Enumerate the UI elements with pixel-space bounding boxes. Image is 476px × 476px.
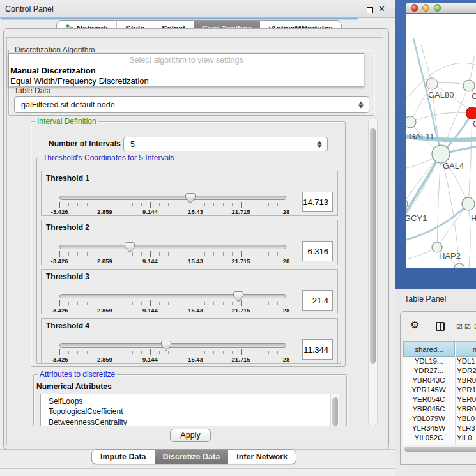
- number-of-intervals-value: 5: [130, 140, 135, 149]
- tab-discretize-data[interactable]: Discretize Data: [155, 450, 229, 464]
- table-cell[interactable]: YBL0: [457, 414, 476, 424]
- table-horizontal-scrollbar[interactable]: [403, 445, 476, 453]
- zoom-traffic-light-icon[interactable]: [434, 4, 441, 12]
- table-cell[interactable]: YBR043C: [403, 376, 454, 385]
- network-node-label: GAL4: [443, 161, 464, 171]
- network-node[interactable]: [454, 263, 464, 268]
- table-data-value: galFiltered.sif default node: [21, 100, 115, 109]
- table-cell[interactable]: YBR045C: [403, 404, 454, 414]
- attributes-list-scrollbar[interactable]: [330, 394, 339, 426]
- slider-tick-labels: -3.426 2.859 9.144 15.43 21.715 28: [59, 307, 286, 314]
- scrollbar-thumb[interactable]: [332, 397, 338, 426]
- table-cell[interactable]: YPR145W: [403, 385, 454, 395]
- table-cell[interactable]: YBR0: [457, 376, 476, 385]
- table-row[interactable]: YIL052C YIL0: [403, 433, 476, 443]
- table-cell[interactable]: YDR2: [457, 366, 476, 376]
- settings-vertical-scrollbar[interactable]: [368, 118, 378, 426]
- table-cell[interactable]: YIL052C: [403, 433, 454, 443]
- table-cell[interactable]: YLR3: [457, 424, 476, 433]
- attribute-list-item[interactable]: BetweennessCentrality: [41, 417, 339, 426]
- threshold-slider[interactable]: -3.426 2.859 9.144 15.43 21.715 28: [59, 289, 286, 315]
- network-nodes[interactable]: [406, 78, 476, 268]
- apply-button[interactable]: Apply: [170, 429, 211, 442]
- table-row[interactable]: YER054C YER0: [403, 395, 476, 404]
- checkbox-icon[interactable]: ☑: [464, 323, 471, 331]
- network-node-label: GAL80: [428, 90, 454, 100]
- network-canvas[interactable]: GAL80GACGAL11GAL4GCY1HHAP2: [406, 14, 476, 268]
- threshold-slider[interactable]: -3.426 2.859 9.144 15.43 21.715 28: [59, 191, 286, 217]
- thresholds-group-title: Threshold's Coordinates for 5 Intervals: [41, 153, 176, 162]
- network-window-titlebar[interactable]: [406, 3, 476, 13]
- threshold-slider[interactable]: -3.426 2.859 9.144 15.43 21.715 28: [59, 339, 286, 364]
- network-node[interactable]: [463, 80, 475, 91]
- table-cell[interactable]: YIL0: [457, 433, 476, 443]
- slider-track[interactable]: [59, 196, 286, 200]
- scrollbar-thumb[interactable]: [404, 447, 476, 452]
- threshold-value-field[interactable]: 14.713: [302, 192, 333, 212]
- application-window: Control Panel ✕ Network Style Select Cyn…: [0, 0, 476, 476]
- minimize-traffic-light-icon[interactable]: [422, 4, 429, 12]
- algorithm-dropdown-popup: Select algorithm to view settings Manual…: [8, 53, 364, 86]
- table-cell[interactable]: YDL19...: [403, 357, 454, 366]
- slider-ticks: [59, 251, 286, 257]
- threshold-label: Threshold 3: [46, 272, 89, 281]
- table-row[interactable]: YBL079W YBL0: [403, 414, 476, 424]
- slider-tick-labels: -3.426 2.859 9.144 15.43 21.715 28: [59, 208, 286, 215]
- table-row[interactable]: YBR043C YBR0: [403, 376, 476, 385]
- attribute-list-item[interactable]: TopologicalCoefficient: [41, 406, 339, 417]
- scrollbar-thumb[interactable]: [370, 128, 376, 364]
- table-data-combobox[interactable]: galFiltered.sif default node: [14, 96, 369, 113]
- column-header-shared-name[interactable]: shared...: [403, 342, 455, 357]
- column-header-name[interactable]: n: [456, 342, 476, 357]
- table-cell[interactable]: YER0: [457, 395, 476, 404]
- algorithm-placeholder: Select algorithm to view settings: [9, 54, 364, 66]
- float-window-icon[interactable]: [367, 7, 373, 13]
- threshold-slider[interactable]: -3.426 2.859 9.144 15.43 21.715 28: [59, 240, 286, 266]
- interval-definition-group: Interval Definition Number of Intervals …: [31, 121, 346, 367]
- table-cell[interactable]: YDL1: [457, 357, 476, 366]
- combo-stepper-icon: [317, 140, 322, 148]
- network-node[interactable]: [426, 78, 438, 89]
- interval-definition-title: Interval Definition: [35, 118, 98, 126]
- close-traffic-light-icon[interactable]: [411, 4, 418, 12]
- network-node[interactable]: [462, 197, 475, 210]
- table-cell[interactable]: YLR345W: [403, 424, 454, 433]
- table-cell[interactable]: YER054C: [403, 395, 454, 404]
- table-cell[interactable]: YBL079W: [403, 414, 454, 424]
- threshold-value-field[interactable]: 21.4: [302, 290, 333, 311]
- table-row[interactable]: YBR045C YBR0: [403, 404, 476, 414]
- slider-track[interactable]: [59, 294, 286, 298]
- dropdown-item-manual-discretization[interactable]: Manual Discretization: [9, 66, 364, 76]
- checkbox-icon[interactable]: ☑: [456, 323, 463, 331]
- table-row[interactable]: YPR145W YPR1: [403, 385, 476, 395]
- close-icon[interactable]: ✕: [378, 4, 385, 13]
- thresholds-group: Threshold's Coordinates for 5 Intervals …: [36, 158, 341, 364]
- table-row[interactable]: YLR345W YLR3: [403, 424, 476, 433]
- table-header-row: shared... n: [403, 342, 476, 357]
- threshold-value-field[interactable]: 6.316: [302, 241, 333, 261]
- slider-track[interactable]: [59, 343, 286, 348]
- table-row[interactable]: YDL19... YDL1: [403, 357, 476, 366]
- table-cell[interactable]: YBR0: [457, 404, 476, 414]
- network-node[interactable]: [406, 116, 416, 128]
- combo-stepper-icon: [358, 101, 364, 109]
- slider-track[interactable]: [59, 245, 286, 249]
- dropdown-item-equal-width-frequency[interactable]: Equal Width/Frequency Discretization: [9, 76, 364, 86]
- table-cell[interactable]: YDR27...: [403, 366, 454, 376]
- attribute-list-item[interactable]: SelfLoops: [41, 396, 339, 406]
- control-panel-title: Control Panel: [5, 4, 54, 13]
- threshold-value-field[interactable]: 11.344: [302, 339, 333, 360]
- network-view-window: GAL80GACGAL11GAL4GCY1HHAP2: [406, 3, 476, 267]
- tab-infer-network[interactable]: Infer Network: [228, 450, 296, 464]
- control-panel: Control Panel ✕ Network Style Select Cyn…: [0, 0, 395, 476]
- tab-impute-data[interactable]: Impute Data: [92, 450, 155, 464]
- table-panel: Table Panel ⚙ ☑ ☑ ☑ shared... n YDL19...: [395, 289, 476, 476]
- network-node[interactable]: [432, 145, 450, 163]
- numerical-attributes-label: Numerical Attributes: [36, 382, 112, 391]
- network-node[interactable]: [466, 107, 476, 119]
- number-of-intervals-combobox[interactable]: 5: [123, 137, 328, 151]
- gear-icon[interactable]: ⚙: [410, 320, 419, 330]
- split-view-icon[interactable]: [436, 322, 445, 331]
- table-row[interactable]: YDR27... YDR2: [403, 366, 476, 376]
- table-cell[interactable]: YPR1: [457, 385, 476, 395]
